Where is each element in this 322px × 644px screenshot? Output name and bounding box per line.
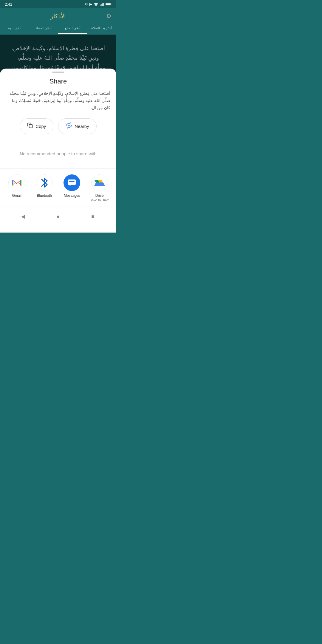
copy-label: Copy — [35, 124, 46, 129]
share-sheet: Share أصبَحنا على فِطرةِ الإسلامِ، وكَلِ… — [0, 69, 116, 233]
tabs-container: أذكار بعد الصلاة أذكار الصباح أذكار المس… — [0, 23, 116, 35]
app-item-drive[interactable]: Drive Save to Drive — [88, 174, 112, 202]
svg-rect-18 — [68, 179, 76, 185]
status-bar: 2:41 ⚙ ▶ — [0, 0, 116, 8]
svg-rect-3 — [102, 3, 103, 6]
tab-after-prayer[interactable]: أذكار بعد الصلاة — [87, 23, 117, 34]
youtube-status-icon: ▶ — [89, 2, 92, 6]
bottom-nav: ◀ ● ■ — [0, 207, 116, 226]
svg-point-9 — [68, 125, 70, 127]
svg-rect-2 — [101, 4, 102, 6]
nearby-icon — [66, 122, 72, 130]
nearby-button[interactable]: Nearby — [58, 118, 96, 134]
gmail-label: Gmail — [12, 193, 21, 198]
back-button[interactable]: ◀ — [17, 210, 29, 222]
settings-icon[interactable]: ⚙ — [106, 13, 112, 20]
bluetooth-label: Bluetooth — [37, 193, 52, 198]
copy-button[interactable]: Copy — [20, 118, 53, 134]
svg-rect-8 — [29, 125, 32, 128]
tab-morning[interactable]: أذكار الصباح — [58, 23, 87, 34]
svg-rect-7 — [106, 3, 111, 5]
svg-rect-4 — [103, 3, 104, 6]
share-title: Share — [0, 78, 116, 85]
signal-icon — [100, 2, 104, 6]
nearby-label: Nearby — [75, 124, 89, 129]
share-preview: أصبَحنا على فِطرةِ الإسلامِ، وكَلِمةِ ال… — [0, 90, 116, 116]
tab-sleep[interactable]: أذكار النوم — [0, 23, 29, 34]
svg-point-0 — [96, 5, 96, 6]
app-item-gmail[interactable]: Gmail — [5, 174, 29, 202]
home-button[interactable]: ● — [52, 210, 64, 222]
no-people-text: No recommended people to share with — [0, 139, 116, 168]
messages-label: Messages — [64, 193, 80, 198]
app-title: الأذكار — [5, 13, 112, 20]
share-actions: Copy Nearby — [0, 116, 116, 139]
drive-sublabel: Save to Drive — [90, 198, 109, 202]
wifi-icon — [94, 2, 98, 6]
svg-rect-1 — [100, 4, 100, 6]
gmail-icon — [8, 174, 25, 191]
recents-button[interactable]: ■ — [87, 210, 99, 222]
status-icons: ⚙ ▶ — [85, 2, 112, 6]
tab-evening[interactable]: أذكار المساء — [29, 23, 58, 34]
copy-icon — [27, 123, 33, 130]
app-item-messages[interactable]: Messages — [60, 174, 84, 202]
status-time: 2:41 — [5, 2, 12, 7]
svg-rect-6 — [111, 4, 111, 5]
back-icon: ◀ — [21, 213, 25, 220]
battery-icon — [106, 2, 112, 6]
apps-row: Gmail Bluetooth Messages — [0, 168, 116, 207]
app-item-bluetooth[interactable]: Bluetooth — [32, 174, 56, 202]
app-header: ⚙ الأذكار — [0, 8, 116, 20]
settings-status-icon: ⚙ — [85, 2, 88, 6]
recents-icon: ■ — [91, 213, 95, 220]
drive-icon — [91, 174, 108, 191]
sheet-handle — [52, 72, 64, 73]
home-icon: ● — [57, 213, 60, 220]
messages-icon — [64, 174, 80, 191]
bluetooth-icon — [36, 174, 53, 191]
drive-label: Drive — [95, 193, 104, 198]
